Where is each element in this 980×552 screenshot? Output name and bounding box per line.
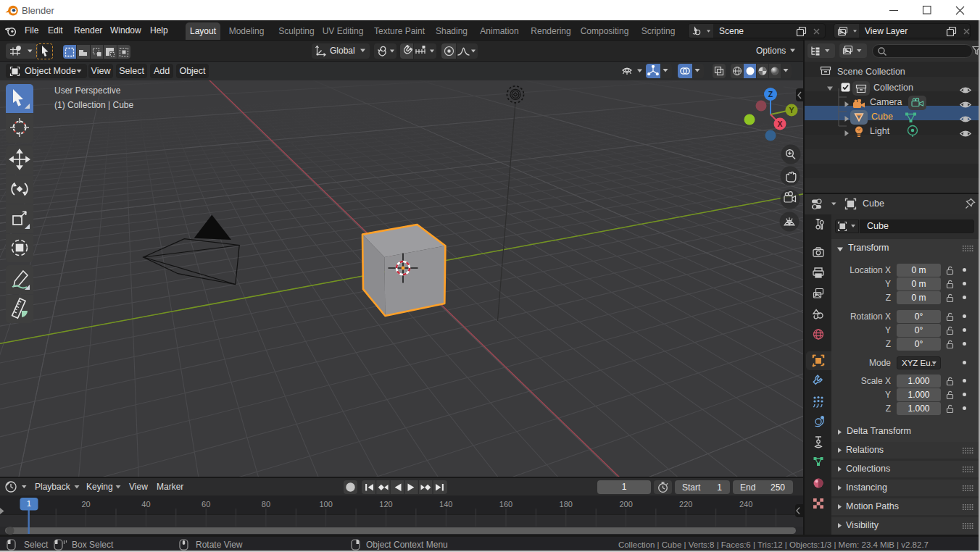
svg-text:Y: Y (789, 106, 794, 114)
svg-text:Z: Z (768, 90, 773, 99)
svg-text:X: X (777, 120, 782, 128)
